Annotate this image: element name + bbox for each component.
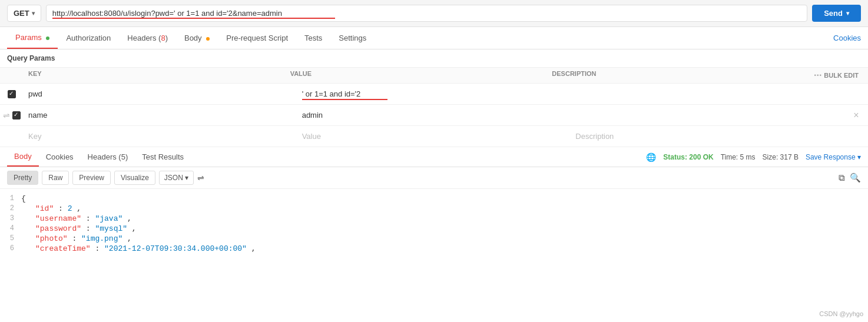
tab-authorization[interactable]: Authorization (58, 28, 119, 48)
key-pwd[interactable]: pwd (24, 86, 297, 102)
response-status-info: 🌐 Status: 200 OK Time: 5 ms Size: 317 B … (646, 152, 861, 162)
headers-count: 8 (161, 34, 165, 42)
response-time: Time: 5 ms (721, 153, 756, 161)
pretty-button[interactable]: Pretty (7, 171, 38, 185)
close-name-icon[interactable]: × (853, 110, 859, 120)
params-table-header: KEY VALUE DESCRIPTION ··· Bulk Edit (0, 68, 868, 84)
globe-icon: 🌐 (646, 152, 656, 162)
response-size: Size: 317 B (763, 153, 799, 161)
json-line-1: 1 { (0, 194, 868, 204)
description-column-header: DESCRIPTION (547, 68, 809, 83)
response-tabs-row: Body Cookies Headers (5) Test Results 🌐 … (0, 147, 868, 167)
response-headers-count: 5 (121, 152, 125, 161)
tab-headers[interactable]: Headers (8) (119, 28, 176, 48)
key-column-header: KEY (24, 68, 286, 83)
param-row-name: ⇌ name admin × (0, 105, 868, 126)
close-name[interactable]: × (844, 107, 868, 124)
rtab-cookies[interactable]: Cookies (39, 148, 81, 166)
url-bar: GET ▾ http://localhost:8080/u/islogin?pw… (0, 0, 868, 27)
method-selector[interactable]: GET ▾ (7, 5, 41, 22)
tab-body[interactable]: Body (176, 28, 218, 48)
drag-icon: ⇌ (3, 111, 10, 120)
params-dot (46, 36, 49, 40)
preview-button[interactable]: Preview (72, 171, 111, 185)
description-placeholder[interactable]: Description (571, 128, 844, 144)
key-name[interactable]: name (24, 107, 297, 123)
json-line-3: 3 "username" : "java" , (0, 214, 868, 224)
url-highlight (52, 18, 335, 19)
value-name[interactable]: admin (297, 107, 571, 123)
rtab-testresults[interactable]: Test Results (135, 148, 191, 166)
format-label: JSON (164, 174, 183, 182)
request-tabs: Params Authorization Headers (8) Body Pr… (0, 27, 868, 49)
value-pwd[interactable]: ' or 1=1 and id='2 (297, 86, 571, 102)
format-select[interactable]: JSON ▾ (159, 171, 194, 185)
value-pwd-underline (302, 99, 387, 100)
copy-icon[interactable]: ⧉ (839, 172, 845, 183)
param-row-placeholder: Key Value Description (0, 126, 868, 147)
format-chevron-icon: ▾ (185, 174, 188, 182)
json-line-2: 2 "id" : 2 , (0, 204, 868, 214)
url-text[interactable]: http://localhost:8080/u/islogin?pwd=' or… (52, 9, 801, 18)
value-placeholder[interactable]: Value (297, 128, 571, 144)
url-input-wrapper: http://localhost:8080/u/islogin?pwd=' or… (46, 5, 807, 22)
status-ok: Status: 200 OK (663, 153, 713, 161)
description-pwd[interactable] (571, 91, 844, 98)
value-column-header: VALUE (286, 68, 548, 83)
query-params-header: Query Params (0, 49, 868, 68)
more-dots-icon: ··· (814, 70, 821, 81)
checkbox-pwd-input[interactable] (8, 90, 16, 98)
tab-tests[interactable]: Tests (296, 28, 330, 48)
send-label: Send (824, 9, 843, 18)
response-section: Body Cookies Headers (5) Test Results 🌐 … (0, 147, 868, 322)
json-viewer: 1 { 2 "id" : 2 , 3 "username" : "java" (0, 189, 868, 322)
app-container: GET ▾ http://localhost:8080/u/islogin?pw… (0, 0, 868, 322)
tab-params[interactable]: Params (7, 27, 58, 49)
watermark: CSDN @yyhgo (819, 310, 863, 317)
cookies-link[interactable]: Cookies (833, 34, 861, 42)
close-pwd[interactable] (844, 91, 868, 98)
json-line-4: 4 "password" : "mysql" , (0, 224, 868, 234)
visualize-button[interactable]: Visualize (114, 171, 155, 185)
key-placeholder[interactable]: Key (24, 128, 297, 144)
tab-prerequest[interactable]: Pre-request Script (218, 28, 296, 48)
method-label: GET (14, 9, 29, 18)
send-button[interactable]: Send ▾ (812, 5, 861, 22)
method-chevron-icon: ▾ (32, 10, 35, 16)
wrap-icon[interactable]: ⇌ (197, 173, 204, 182)
search-icon[interactable]: 🔍 (850, 172, 861, 183)
rtab-headers[interactable]: Headers (5) (81, 148, 135, 166)
json-line-5: 5 "photo" : "img.png" , (0, 234, 868, 244)
json-line-6: 6 "createTime" : "2021-12-07T09:30:34.00… (0, 244, 868, 254)
checkbox-pwd[interactable] (0, 90, 24, 98)
tab-settings[interactable]: Settings (330, 28, 375, 48)
response-toolbar: Pretty Raw Preview Visualize JSON ▾ ⇌ ⧉ … (0, 167, 868, 189)
checkbox-name-input[interactable] (12, 111, 21, 119)
save-response-button[interactable]: Save Response ▾ (806, 153, 861, 161)
param-row-pwd: pwd ' or 1=1 and id='2 (0, 84, 868, 105)
rtab-body[interactable]: Body (7, 147, 39, 167)
send-chevron-icon: ▾ (846, 10, 849, 16)
checkbox-name[interactable]: ⇌ (0, 111, 24, 120)
bulk-edit-header: ··· Bulk Edit (809, 68, 868, 83)
save-response-chevron-icon: ▾ (857, 153, 861, 161)
body-dot (206, 37, 210, 41)
description-name[interactable] (571, 112, 844, 119)
raw-button[interactable]: Raw (42, 171, 69, 185)
